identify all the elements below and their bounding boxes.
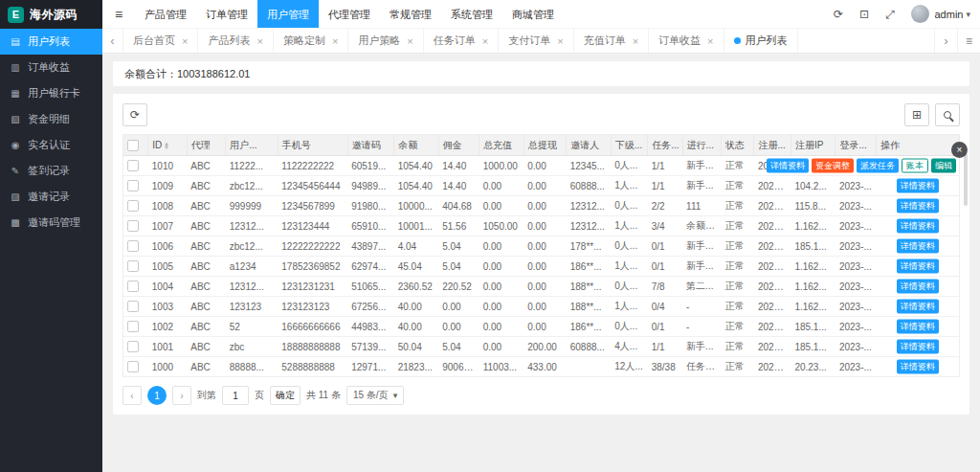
row-checkbox[interactable] xyxy=(127,361,139,372)
detail-button[interactable]: 详情资料 xyxy=(897,179,939,193)
row-checkbox[interactable] xyxy=(127,240,139,252)
tab-3[interactable]: 策略定制× xyxy=(274,29,348,53)
column-header-balance[interactable]: 余额 xyxy=(394,135,439,156)
sidebar-item-1[interactable]: ▤用户列表 xyxy=(0,29,102,55)
username[interactable]: admin xyxy=(935,9,964,20)
sidebar-item-4[interactable]: ▧资金明细 xyxy=(0,106,102,132)
column-header-withdraw[interactable]: 总提现 xyxy=(523,135,567,156)
row-checkbox[interactable] xyxy=(127,160,139,171)
goto-page-input[interactable] xyxy=(222,386,249,405)
nav-item-4[interactable]: 代理管理 xyxy=(319,0,380,28)
column-header-user[interactable]: 用户... xyxy=(226,135,278,156)
table-scrollbar[interactable] xyxy=(964,153,968,206)
row-checkbox[interactable] xyxy=(127,180,139,191)
sidebar-item-5[interactable]: ◉实名认证 xyxy=(0,132,102,158)
column-header-id[interactable]: ID▴▾ xyxy=(148,135,187,156)
row-checkbox[interactable] xyxy=(127,321,139,332)
sidebar-item-7[interactable]: ▨邀请记录 xyxy=(0,184,102,210)
detail-button[interactable]: 详情资料 xyxy=(897,340,939,354)
column-header-recharge[interactable]: 总充值 xyxy=(479,135,524,156)
column-header-login_time[interactable]: 登录... xyxy=(835,135,876,156)
column-header-actions[interactable]: 操作 xyxy=(876,135,959,156)
column-header-status[interactable]: 状态 xyxy=(722,135,754,156)
refresh-icon[interactable]: ⟳ xyxy=(826,8,852,21)
ledger-button[interactable]: 账本 xyxy=(902,159,928,173)
tab-close-icon[interactable]: × xyxy=(482,35,488,47)
tab-close-icon[interactable]: × xyxy=(557,35,563,47)
detail-button[interactable]: 详情资料 xyxy=(897,239,939,254)
hamburger-icon[interactable]: ≡ xyxy=(102,7,135,22)
dispatch-task-button[interactable]: 派发任务 xyxy=(857,159,899,173)
tab-8[interactable]: 订单收益× xyxy=(649,29,724,53)
row-checkbox[interactable] xyxy=(127,341,139,352)
tab-6[interactable]: 支付订单× xyxy=(499,29,573,53)
nav-item-1[interactable]: 产品管理 xyxy=(135,0,196,28)
tabs-scroll-right-button[interactable]: › xyxy=(934,29,957,53)
clear-cache-icon[interactable]: ⊡ xyxy=(852,8,878,21)
sidebar-item-2[interactable]: ▥订单收益 xyxy=(0,55,102,80)
prev-page-button[interactable]: ‹ xyxy=(122,386,142,405)
sidebar-item-3[interactable]: ▦用户银行卡 xyxy=(0,80,102,106)
sort-icon[interactable]: ▴▾ xyxy=(165,142,168,149)
next-page-button[interactable]: › xyxy=(172,386,191,405)
tab-5[interactable]: 任务订单× xyxy=(424,29,499,53)
tab-close-icon[interactable]: × xyxy=(256,35,262,47)
column-header-tasks[interactable]: 任务... xyxy=(648,135,682,156)
chevron-down-icon[interactable]: ▾ xyxy=(966,10,970,19)
tab-close-icon[interactable]: × xyxy=(707,35,713,47)
fund-adjust-button[interactable]: 资金调整 xyxy=(812,159,854,173)
detail-button[interactable]: 详情资料 xyxy=(897,300,939,314)
column-header-agent[interactable]: 代理 xyxy=(187,135,225,156)
tab-9[interactable]: 用户列表 xyxy=(724,29,798,53)
tab-close-icon[interactable]: × xyxy=(633,35,638,47)
app-logo[interactable]: E 海外源码 xyxy=(0,0,102,29)
column-header-reg_time[interactable]: 注册... xyxy=(754,135,791,156)
tab-close-icon[interactable]: × xyxy=(407,35,412,47)
avatar[interactable] xyxy=(911,5,929,23)
tab-1[interactable]: 后台首页× xyxy=(123,29,198,53)
nav-item-2[interactable]: 订单管理 xyxy=(196,0,257,28)
select-all-checkbox[interactable] xyxy=(127,140,139,151)
tab-7[interactable]: 充值订单× xyxy=(574,29,649,53)
row-checkbox[interactable] xyxy=(127,220,139,232)
detail-button[interactable]: 详情资料 xyxy=(897,280,939,294)
column-header-inviter[interactable]: 邀请人 xyxy=(567,135,612,156)
column-header-progress[interactable]: 进行... xyxy=(682,135,721,156)
fullscreen-icon[interactable]: ⤢ xyxy=(878,8,903,21)
sidebar-item-6[interactable]: ✎签到记录 xyxy=(0,158,102,184)
current-page-button[interactable]: 1 xyxy=(147,386,167,405)
detail-button[interactable]: 详情资料 xyxy=(897,259,939,274)
search-button[interactable] xyxy=(935,103,960,126)
tab-4[interactable]: 用户策略× xyxy=(348,29,423,53)
nav-item-5[interactable]: 常规管理 xyxy=(380,0,441,28)
column-header-invite_code[interactable]: 邀请码 xyxy=(347,135,394,156)
close-icon[interactable]: × xyxy=(951,142,968,158)
tabs-menu-icon[interactable]: ≡ xyxy=(957,29,980,53)
detail-button[interactable]: 详情资料 xyxy=(897,320,939,334)
tab-close-icon[interactable]: × xyxy=(332,35,338,47)
refresh-button[interactable]: ⟳ xyxy=(122,103,147,126)
column-header-subs[interactable]: 下级... xyxy=(611,135,647,156)
page-size-select[interactable]: 15 条/页 ▾ xyxy=(346,386,404,405)
row-checkbox[interactable] xyxy=(127,301,139,312)
tabs-scroll-left-button[interactable]: ‹ xyxy=(102,29,123,53)
nav-item-7[interactable]: 商城管理 xyxy=(502,0,564,28)
column-header-reg_ip[interactable]: 注册IP xyxy=(791,135,835,156)
detail-button[interactable]: 详情资料 xyxy=(767,159,809,173)
sidebar-item-8[interactable]: ▩邀请码管理 xyxy=(0,210,102,236)
column-header-commission[interactable]: 佣金 xyxy=(438,135,479,156)
detail-button[interactable]: 详情资料 xyxy=(897,219,939,234)
tab-close-icon[interactable]: × xyxy=(182,35,188,47)
row-checkbox[interactable] xyxy=(127,200,139,212)
confirm-button[interactable]: 确定 xyxy=(270,386,301,405)
column-header-phone[interactable]: 手机号 xyxy=(278,135,347,156)
nav-item-6[interactable]: 系统管理 xyxy=(441,0,502,28)
columns-button[interactable]: ⊞ xyxy=(904,103,929,126)
tab-2[interactable]: 产品列表× xyxy=(198,29,273,53)
row-checkbox[interactable] xyxy=(127,260,139,272)
nav-item-3[interactable]: 用户管理 xyxy=(257,0,319,28)
row-checkbox[interactable] xyxy=(127,281,139,292)
edit-button[interactable]: 编辑 xyxy=(931,159,956,173)
detail-button[interactable]: 详情资料 xyxy=(897,360,939,374)
detail-button[interactable]: 详情资料 xyxy=(897,199,939,214)
